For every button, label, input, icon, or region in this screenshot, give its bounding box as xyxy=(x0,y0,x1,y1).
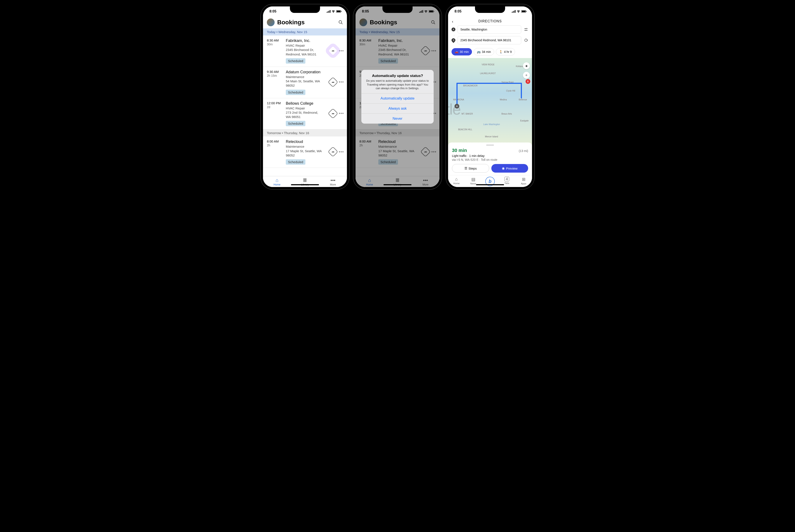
bookings-list[interactable]: 8:30 AM30m Fabrikam, Inc.HVAC Repair2345… xyxy=(263,36,347,176)
svg-point-26 xyxy=(526,28,527,29)
more-icon[interactable]: ••• xyxy=(339,149,344,154)
alert-dialog: Automatically update status? Do you want… xyxy=(361,70,433,124)
home-icon: ⌂ xyxy=(275,178,278,183)
phone-alert: 8:05 Bookings Today • Wednesday, Nov 15 … xyxy=(354,4,441,189)
alert-title: Automatically update status? xyxy=(366,74,429,78)
route-sheet[interactable]: 30 min (13 mi) Light traffic · 1 min del… xyxy=(448,142,532,175)
home-icon: ⌂ xyxy=(455,177,458,182)
booking-row[interactable]: 9:30 AM2h 15m Adatum CorporationMaintena… xyxy=(263,67,347,98)
booking-addr2: Redmond, WA 98101 xyxy=(286,52,327,57)
bookings-header: Bookings xyxy=(263,16,347,28)
nav-library[interactable]: 𝄃𝄃𝄃Library xyxy=(291,178,319,187)
locations-section: A Seattle, Washington ⋮ B 2345 Birchwood… xyxy=(448,25,532,48)
booking-duration: 30m xyxy=(267,42,283,46)
from-input[interactable]: Seattle, Washington xyxy=(457,25,521,34)
status-badge: Scheduled xyxy=(286,159,305,165)
avatar[interactable] xyxy=(267,18,275,26)
booking-time: 8:00 AM xyxy=(267,139,283,143)
directions-header: ‹ DIRECTIONS xyxy=(448,16,532,25)
swap-icon[interactable] xyxy=(523,38,528,43)
alert-always-ask-button[interactable]: Always ask xyxy=(361,103,433,114)
navigate-button[interactable]: ➦ xyxy=(328,77,338,87)
steps-button[interactable]: ☰Steps xyxy=(452,164,489,173)
status-time: 8:05 xyxy=(269,10,276,13)
svg-rect-21 xyxy=(515,10,516,13)
home-indicator[interactable] xyxy=(476,184,504,185)
back-button[interactable]: ‹ xyxy=(452,19,453,24)
preview-button[interactable]: ◉Preview xyxy=(491,164,528,173)
booking-row[interactable]: 8:30 AM30m Fabrikam, Inc.HVAC Repair2345… xyxy=(263,36,347,67)
drag-handle[interactable] xyxy=(486,145,494,146)
nav-bing[interactable]: b xyxy=(482,177,499,187)
to-input[interactable]: 2345 Birchwood Redmond, WA 98101 xyxy=(457,36,521,44)
route-line xyxy=(456,83,522,84)
nav-home[interactable]: ⌂Home xyxy=(448,177,465,187)
marker-b-icon: B xyxy=(451,38,456,43)
nav-news[interactable]: ▤News xyxy=(465,177,482,187)
settings-icon[interactable] xyxy=(523,27,528,32)
svg-rect-2 xyxy=(329,11,329,13)
booking-addr1: 54 Main St, Seattle, WA xyxy=(286,79,327,83)
svg-rect-0 xyxy=(327,12,327,13)
booking-row[interactable]: 12:00 PM2d Bellows CollegeHVAC Repair273… xyxy=(263,98,347,130)
battery-icon xyxy=(521,10,527,13)
navigate-button[interactable]: ➦ xyxy=(328,45,338,56)
status-bar: 8:05 xyxy=(263,6,347,16)
nav-home[interactable]: ⌂Home xyxy=(263,178,291,187)
alert-never-button[interactable]: Never xyxy=(361,114,433,124)
phone-directions: 8:05 ‹ DIRECTIONS A Seattle, Washington … xyxy=(446,4,534,189)
booking-service: HVAC Repair xyxy=(286,106,327,111)
booking-addr2: 98052 xyxy=(286,83,327,88)
nav-more[interactable]: •••More xyxy=(319,178,347,187)
library-icon: 𝄃𝄃𝄃 xyxy=(304,178,307,183)
booking-service: Maintenance xyxy=(286,145,327,149)
route-time: 30 min xyxy=(452,148,467,153)
more-icon[interactable]: ••• xyxy=(339,111,344,116)
alert-message: Do you want to automatically update your… xyxy=(366,79,429,90)
bus-icon: 🚌 xyxy=(477,50,481,54)
wifi-icon xyxy=(517,10,520,13)
booking-name: Bellows College xyxy=(286,101,327,106)
tomorrow-banner: Tomorrow • Thursday, Nov 16 xyxy=(263,129,347,136)
nav-apps[interactable]: ⊞Apps xyxy=(515,177,532,187)
news-icon: ▤ xyxy=(471,177,475,182)
home-indicator[interactable] xyxy=(383,184,412,185)
home-indicator[interactable] xyxy=(291,184,319,185)
traffic-info: Light traffic · 1 min delay xyxy=(452,154,528,157)
status-badge: Scheduled xyxy=(286,58,305,64)
booking-row[interactable]: 8:00 AM2h RelecloudMaintenance17 Maple S… xyxy=(263,136,347,168)
booking-name: Adatum Corporation xyxy=(286,70,327,74)
mode-walk[interactable]: 🚶4 hr 9 xyxy=(496,48,515,55)
svg-rect-3 xyxy=(330,10,330,13)
mode-drive[interactable]: 🚗30 min xyxy=(452,48,472,55)
wifi-icon xyxy=(332,10,335,13)
more-icon[interactable]: ••• xyxy=(339,79,344,84)
status-indicators xyxy=(512,10,527,13)
booking-addr1: 273 2nd St, Redmond, xyxy=(286,111,327,115)
page-title: Bookings xyxy=(277,19,336,26)
route-distance: (13 mi) xyxy=(519,149,528,153)
booking-duration: 2h xyxy=(267,144,283,147)
mode-transit[interactable]: 🚌34 min xyxy=(474,48,494,55)
battery-icon xyxy=(336,10,342,13)
svg-point-28 xyxy=(525,30,526,31)
alert-auto-update-button[interactable]: Automatically update xyxy=(361,93,433,103)
status-bar: 8:05 xyxy=(448,6,532,16)
layers-button[interactable]: ◈ xyxy=(523,62,530,69)
status-indicators xyxy=(327,10,342,13)
booking-time: 12:00 PM xyxy=(267,101,283,105)
more-icon[interactable]: ••• xyxy=(339,49,344,53)
navigate-button[interactable]: ➦ xyxy=(328,147,338,157)
booking-name: Fabrikam, Inc. xyxy=(286,38,327,43)
search-icon[interactable] xyxy=(338,20,343,25)
walk-icon: 🚶 xyxy=(499,50,503,54)
apps-icon: ⊞ xyxy=(522,177,526,182)
navigate-button[interactable]: ➦ xyxy=(328,108,338,118)
map[interactable]: tle VIEW RIDGE Kirkland LAURELHURST Yarr… xyxy=(448,58,532,146)
car-icon: 🚗 xyxy=(455,50,458,54)
nav-tabs[interactable]: 4Tabs xyxy=(499,177,515,187)
compass-button[interactable]: ✧ xyxy=(523,72,530,79)
modal-overlay: Automatically update status? Do you want… xyxy=(356,6,439,187)
svg-rect-19 xyxy=(513,11,513,13)
booking-addr1: 17 Maple St, Seattle, WA xyxy=(286,149,327,153)
